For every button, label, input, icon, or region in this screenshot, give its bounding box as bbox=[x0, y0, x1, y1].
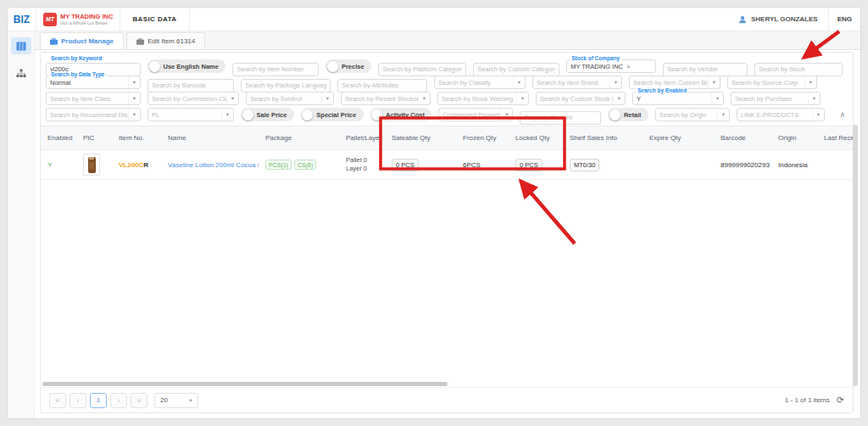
classify-select[interactable]: Search by Classify▾ bbox=[434, 76, 526, 89]
item-no-match: VL200C bbox=[119, 161, 143, 169]
toggle-knob bbox=[149, 61, 160, 72]
chevron-down-icon: ▾ bbox=[418, 92, 430, 104]
item-number-input[interactable] bbox=[232, 63, 319, 76]
briefcase-icon bbox=[136, 38, 144, 45]
chevron-up-icon: ∧ bbox=[839, 110, 845, 119]
package-language-input[interactable] bbox=[241, 79, 331, 92]
locked-qty-badge: 0 PCS bbox=[515, 159, 542, 171]
vendor-input[interactable] bbox=[663, 63, 748, 76]
user-menu[interactable]: SHERYL GONZALES bbox=[728, 8, 828, 31]
enabled-label: Search by Enabled bbox=[636, 88, 688, 94]
chevron-down-icon: ▾ bbox=[500, 109, 512, 121]
tab-product-manage[interactable]: Product Manage bbox=[40, 32, 124, 49]
company-name: MY TRADING INC bbox=[60, 13, 113, 20]
next-page-button[interactable]: › bbox=[110, 393, 127, 408]
prev-page-button[interactable]: ‹ bbox=[70, 393, 86, 408]
item-class-select[interactable]: Search by Item Class▾ bbox=[46, 92, 141, 105]
package-badge: CS(6) bbox=[294, 160, 316, 170]
cell-locked-qty: 0 PCS bbox=[509, 150, 563, 180]
commission-class-select[interactable]: Search by Commission Class▾ bbox=[147, 92, 239, 105]
close-icon[interactable]: × bbox=[626, 63, 631, 70]
grid-icon bbox=[16, 42, 26, 51]
barcode-input[interactable] bbox=[147, 79, 234, 92]
prev-page-icon: ‹ bbox=[77, 396, 80, 405]
results-table: Enabled PIC Item No. Name Package Pallet… bbox=[41, 126, 853, 180]
company-tagline: Got a Whole Lot Better bbox=[60, 20, 113, 25]
chevron-down-icon: ▾ bbox=[717, 109, 729, 121]
pl-select[interactable]: PL▾ bbox=[147, 108, 234, 121]
tab-edit-item[interactable]: Edit Item 61314 bbox=[126, 32, 205, 49]
tab-label: Product Manage bbox=[61, 37, 114, 45]
page-1-button[interactable]: 1 bbox=[90, 393, 107, 408]
app-window: BIZ MT MY TRADING INC Got a Whole Lot Be… bbox=[7, 7, 861, 419]
property-content-input[interactable] bbox=[520, 111, 601, 125]
col-pic: PIC bbox=[76, 126, 112, 150]
use-english-name-toggle[interactable]: Use English Name bbox=[147, 59, 225, 73]
vertical-scrollbar-thumb[interactable] bbox=[853, 125, 858, 386]
package-badge: PCS(1) bbox=[265, 160, 292, 170]
left-sidebar bbox=[8, 31, 35, 418]
company-logo[interactable]: MT MY TRADING INC Got a Whole Lot Better bbox=[36, 8, 120, 31]
chevron-down-icon: ▾ bbox=[808, 92, 820, 104]
chevron-down-icon: ▾ bbox=[516, 92, 528, 104]
main-area: Product Manage Edit Item 61314 Search by… bbox=[35, 31, 860, 418]
bottle-thumbnail bbox=[88, 157, 96, 173]
item-brand-select[interactable]: Search by Item Brand▾ bbox=[532, 76, 622, 89]
item-no-rest: R bbox=[143, 161, 148, 169]
recommand-disabled-select[interactable]: Search by Recommand Disabled▾ bbox=[46, 108, 141, 121]
stock-warning-select[interactable]: Search by Stock Warning▾ bbox=[437, 92, 529, 105]
sale-price-toggle[interactable]: Sale Price bbox=[241, 108, 294, 121]
stock-of-company-value: MY TRADING INC bbox=[570, 63, 623, 70]
page-size-select[interactable]: 20 ▾ bbox=[154, 393, 198, 408]
col-last-receive: Last Receive bbox=[817, 126, 853, 150]
source-corp-select[interactable]: Search by Source Corp▾ bbox=[727, 76, 817, 89]
sidebar-item-hierarchy[interactable] bbox=[11, 64, 31, 81]
saleable-qty-badge: 0 PCS bbox=[392, 159, 419, 171]
layer-value: Layer 0 bbox=[346, 165, 383, 173]
chevron-down-icon: ▾ bbox=[812, 109, 824, 121]
product-image[interactable] bbox=[83, 154, 100, 176]
platform-category-input[interactable] bbox=[378, 63, 466, 76]
cell-origin: Indonesia bbox=[771, 150, 817, 180]
first-page-button[interactable]: « bbox=[49, 393, 66, 408]
origin-select[interactable]: Search by Origin▾ bbox=[655, 108, 730, 121]
toggle-label: Sale Price bbox=[257, 111, 293, 119]
sidebar-item-list[interactable] bbox=[11, 37, 31, 54]
last-page-button[interactable]: » bbox=[131, 393, 147, 408]
language-selector[interactable]: ENG bbox=[828, 8, 860, 31]
cell-shelf-sales-info: MT0/30 bbox=[563, 150, 643, 180]
user-name: SHERYL GONZALES bbox=[751, 15, 818, 23]
collapse-filters-button[interactable]: ∧ bbox=[839, 110, 848, 119]
horizontal-scrollbar-thumb[interactable] bbox=[42, 382, 448, 386]
retail-toggle[interactable]: Retail bbox=[608, 108, 648, 121]
toggle-label: Special Price bbox=[316, 111, 362, 119]
refresh-icon[interactable]: ⟳ bbox=[837, 395, 844, 405]
recent-stockout-select[interactable]: Search by Recent Stockout▾ bbox=[341, 92, 431, 105]
customized-property-select[interactable]: Customized Property▾ bbox=[438, 108, 513, 121]
soldout-select[interactable]: Search by Soldout▾ bbox=[246, 92, 334, 105]
toggle-label: Activity Cost bbox=[386, 111, 431, 119]
col-saleable-qty: Saleable Qty bbox=[385, 126, 456, 150]
item-name-link[interactable]: Vaseline Lotion 200ml Cocoa Radiant bbox=[168, 161, 259, 169]
toggle-label: Precise bbox=[342, 63, 370, 70]
cell-frozen-qty: 6PCS bbox=[456, 150, 509, 180]
custom-stock-safety-limit-select[interactable]: Search by Custom Stock Safety Limit▾ bbox=[536, 92, 626, 105]
col-name: Name bbox=[161, 126, 259, 150]
cell-package: PCS(1)CS(6) bbox=[259, 150, 339, 180]
cell-pallet-layer: Pallet 0Layer 0 bbox=[339, 150, 385, 180]
module-tab-basic-data[interactable]: BASIC DATA bbox=[120, 8, 189, 31]
toggle-knob bbox=[242, 109, 253, 121]
purchase-select[interactable]: Search by Purchase▾ bbox=[731, 92, 821, 105]
biz-logo[interactable]: BIZ bbox=[8, 8, 36, 31]
attributes-input[interactable] bbox=[337, 79, 427, 92]
toggle-label: Retail bbox=[624, 111, 647, 119]
stock-input[interactable] bbox=[754, 63, 843, 76]
precise-toggle[interactable]: Precise bbox=[326, 59, 371, 73]
link-e-products-select[interactable]: LINK E-PRODUCTS▾ bbox=[737, 108, 825, 121]
tab-label: Edit Item 61314 bbox=[147, 37, 195, 45]
special-price-toggle[interactable]: Special Price bbox=[301, 108, 364, 121]
activity-cost-toggle[interactable]: Activity Cost bbox=[370, 108, 432, 121]
col-barcode: Barcode bbox=[714, 126, 771, 150]
col-origin: Origin bbox=[771, 126, 817, 150]
custom-category-input[interactable] bbox=[473, 63, 559, 76]
